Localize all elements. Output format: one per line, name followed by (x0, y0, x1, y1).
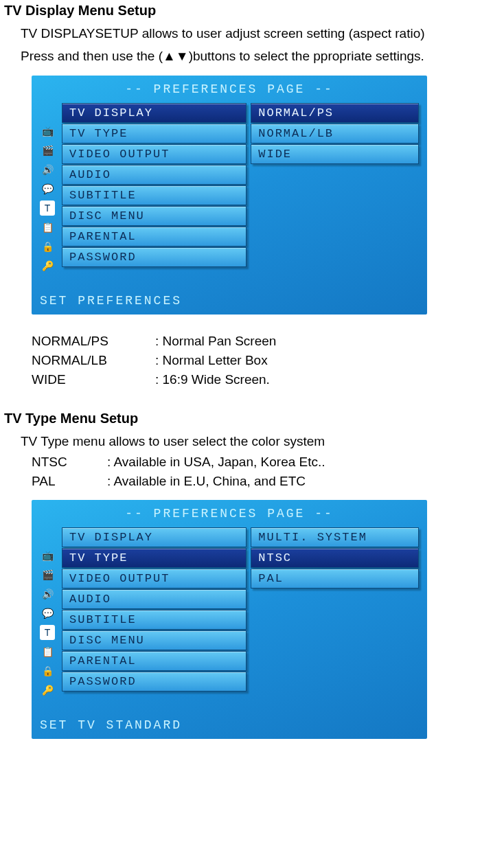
osd-item-video-output[interactable]: VIDEO OUTPUT (62, 569, 247, 589)
definition-row: NORMAL/LB : Normal Letter Box (32, 353, 500, 368)
definition-row: NTSC : Available in USA, Japan, Korea Et… (32, 455, 500, 470)
osd-title: -- PREFERENCES PAGE -- (40, 82, 419, 96)
osd-item-parental[interactable]: PARENTAL (62, 227, 247, 247)
osd-item-audio[interactable]: AUDIO (62, 589, 247, 609)
audio-icon: 🔊 (40, 162, 55, 177)
osd-item-password[interactable]: PASSWORD (62, 672, 247, 692)
section-title-tv-type: TV Type Menu Setup (4, 411, 500, 426)
osd-menu-list: TV DISPLAY TV TYPE VIDEO OUTPUT AUDIO SU… (62, 103, 247, 273)
definition-term: NTSC (32, 455, 107, 470)
osd-item-video-output[interactable]: VIDEO OUTPUT (62, 144, 247, 164)
osd-item-parental[interactable]: PARENTAL (62, 651, 247, 671)
password-icon: 🔑 (40, 683, 55, 698)
video-icon: 🎬 (40, 567, 55, 582)
definition-term: NORMAL/PS (32, 334, 155, 349)
parental-icon: 🔒 (40, 663, 55, 678)
paragraph: TV Type menu allows to user select the c… (21, 433, 500, 450)
definition-value: : Available in E.U, China, and ETC (107, 474, 306, 489)
osd-item-tv-display[interactable]: TV DISPLAY (62, 103, 247, 123)
osd-menu-list: TV DISPLAY TV TYPE VIDEO OUTPUT AUDIO SU… (62, 527, 247, 698)
osd-item-disc-menu[interactable]: DISC MENU (62, 206, 247, 226)
password-icon: 🔑 (40, 258, 55, 273)
definition-term: NORMAL/LB (32, 353, 155, 368)
osd-icon-column: 📺 🎬 🔊 💬 T 📋 🔒 🔑 (40, 124, 62, 273)
osd-option-normal-lb[interactable]: NORMAL/LB (251, 124, 419, 144)
osd-option-multi-system[interactable]: MULTI. SYSTEM (251, 527, 419, 547)
osd-option-normal-ps[interactable]: NORMAL/PS (251, 103, 419, 123)
osd-item-tv-display[interactable]: TV DISPLAY (62, 527, 247, 547)
definition-term: WIDE (32, 372, 155, 387)
osd-item-subtitle[interactable]: SUBTITLE (62, 610, 247, 630)
osd-option-pal[interactable]: PAL (251, 569, 419, 589)
text-icon: T (40, 625, 55, 640)
definition-row: NORMAL/PS : Normal Pan Screen (32, 334, 500, 349)
definition-row: WIDE : 16:9 Wide Screen. (32, 372, 500, 387)
osd-item-tv-type[interactable]: TV TYPE (62, 124, 247, 144)
paragraph: TV DISPLAYSETUP allows to user adjust sc… (21, 25, 500, 43)
osd-item-disc-menu[interactable]: DISC MENU (62, 630, 247, 650)
tv-icon: 📺 (40, 548, 55, 563)
paragraph: Press and then use the (▲▼)buttons to se… (21, 48, 500, 65)
osd-footer: SET PREFERENCES (40, 294, 419, 308)
subtitle-icon: 💬 (40, 606, 55, 621)
subtitle-icon: 💬 (40, 181, 55, 196)
definition-value: : Normal Pan Screen (155, 334, 276, 349)
tv-icon: 📺 (40, 124, 55, 139)
osd-item-audio[interactable]: AUDIO (62, 165, 247, 185)
osd-item-password[interactable]: PASSWORD (62, 247, 247, 267)
definition-term: PAL (32, 474, 107, 489)
audio-icon: 🔊 (40, 586, 55, 602)
osd-option-ntsc[interactable]: NTSC (251, 548, 419, 568)
osd-screenshot-1: -- PREFERENCES PAGE -- 📺 🎬 🔊 💬 T 📋 🔒 🔑 T… (32, 76, 427, 315)
definition-value: : 16:9 Wide Screen. (155, 372, 270, 387)
definition-value: : Available in USA, Japan, Korea Etc.. (107, 455, 325, 470)
section-title-tv-display: TV Display Menu Setup (4, 3, 500, 19)
definition-row: PAL : Available in E.U, China, and ETC (32, 474, 500, 489)
video-icon: 🎬 (40, 143, 55, 158)
parental-icon: 🔒 (40, 239, 55, 254)
definition-table-tv-display: NORMAL/PS : Normal Pan Screen NORMAL/LB … (32, 334, 500, 387)
osd-footer: SET TV STANDARD (40, 718, 419, 732)
definition-value: : Normal Letter Box (155, 353, 268, 368)
osd-item-subtitle[interactable]: SUBTITLE (62, 185, 247, 205)
menu-icon: 📋 (40, 220, 55, 235)
menu-icon: 📋 (40, 644, 55, 659)
osd-options-list: MULTI. SYSTEM NTSC PAL (251, 527, 419, 698)
text-icon: T (40, 201, 55, 216)
osd-icon-column: 📺 🎬 🔊 💬 T 📋 🔒 🔑 (40, 548, 62, 698)
osd-item-tv-type[interactable]: TV TYPE (62, 548, 247, 568)
osd-title: -- PREFERENCES PAGE -- (40, 507, 419, 521)
definition-table-tv-type: NTSC : Available in USA, Japan, Korea Et… (32, 455, 500, 489)
osd-option-wide[interactable]: WIDE (251, 144, 419, 164)
osd-options-list: NORMAL/PS NORMAL/LB WIDE (251, 103, 419, 273)
osd-screenshot-2: -- PREFERENCES PAGE -- 📺 🎬 🔊 💬 T 📋 🔒 🔑 T… (32, 500, 427, 739)
